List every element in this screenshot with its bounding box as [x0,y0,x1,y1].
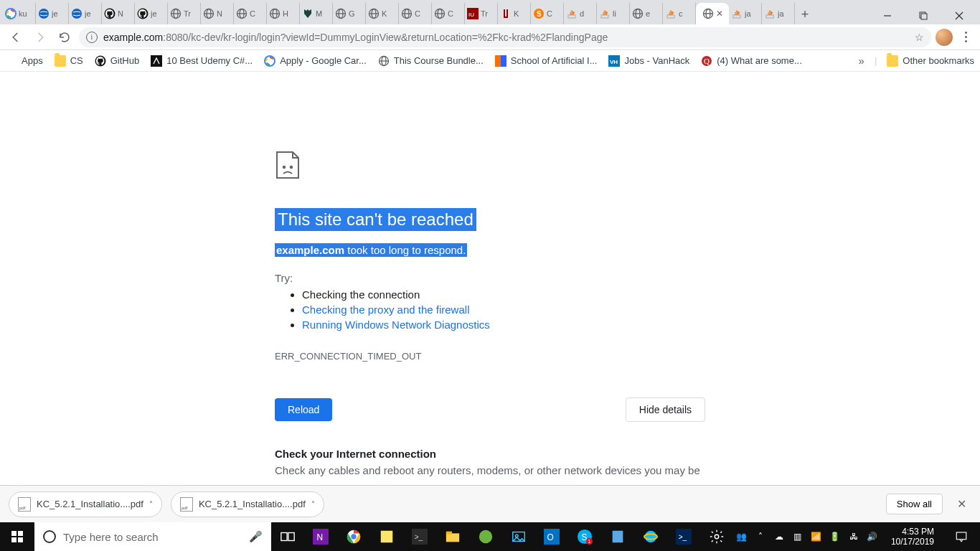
tray-people-icon[interactable]: 👥 [736,531,748,542]
svg-text:S: S [537,10,542,18]
back-button[interactable] [6,27,26,47]
svg-rect-38 [667,15,674,18]
taskbar-app-settings[interactable] [700,522,733,551]
tray-chevron-up-icon[interactable]: ˄ [755,531,766,542]
taskbar-app-photos[interactable] [502,522,535,551]
browser-tab[interactable]: C [234,3,267,24]
suggestion-proxy-link[interactable]: Checking the proxy and the firewall [302,303,469,316]
taskbar-app-chrome[interactable] [337,522,370,551]
browser-tab[interactable]: G [333,3,366,24]
new-tab-button[interactable]: + [795,4,815,24]
details-text: Check any cables and reboot any routers,… [275,464,705,476]
browser-tab[interactable]: N [201,3,234,24]
tray-battery-icon[interactable]: 🔋 [829,531,841,542]
browser-tab[interactable]: ku [3,3,36,24]
browser-tab[interactable]: IUTr [465,3,498,24]
bookmark-item[interactable]: 10 Best Udemy C#... [151,55,253,67]
taskbar-app-powershell[interactable]: >_ [667,522,700,551]
bookmark-item[interactable]: Apply - Google Car... [264,55,367,67]
taskbar-app-notes[interactable] [370,522,403,551]
reload-page-button[interactable]: Reload [275,398,332,421]
taskbar-search[interactable]: Type here to search 🎤 [34,522,271,551]
apps-shortcut[interactable]: Apps [6,55,43,67]
taskbar-app-explorer[interactable] [436,522,469,551]
github-icon [95,55,106,67]
tab-title: je [52,9,66,18]
taskbar-app-onenote[interactable]: N [304,522,337,551]
tab-title: li [613,9,627,18]
profile-avatar[interactable] [936,29,953,46]
address-bar[interactable]: i example.com:8080/kc-dev/kr-login/login… [79,27,931,47]
reload-button[interactable] [55,27,75,47]
close-downloads-bar-button[interactable]: ✕ [951,494,971,514]
site-info-icon[interactable]: i [86,32,98,43]
bookmark-item[interactable]: School of Artificial I... [495,55,598,67]
bookmark-item[interactable]: GitHub [95,55,139,67]
suggestion-diagnostics-link[interactable]: Running Windows Network Diagnostics [302,319,490,331]
mic-icon[interactable]: 🎤 [249,530,263,543]
svg-point-68 [351,534,356,539]
browser-tab[interactable]: e [630,3,663,24]
browser-tab[interactable]: H [267,3,300,24]
taskbar-app-terminal[interactable]: >_ [403,522,436,551]
bookmark-item[interactable]: CS [55,55,83,67]
window-controls [871,4,980,24]
other-bookmarks-folder[interactable]: Other bookmarks [887,55,974,67]
globe-blue-favicon-icon [71,8,83,19]
browser-tab[interactable]: K [366,3,399,24]
show-all-downloads-button[interactable]: Show all [886,494,943,514]
browser-tab[interactable]: C [432,3,465,24]
bookmarks-overflow-button[interactable]: » [859,55,864,67]
browser-tab[interactable]: M [300,3,333,24]
hide-details-button[interactable]: Hide details [626,397,705,422]
browser-tab[interactable]: je [69,3,102,24]
action-center-button[interactable] [947,522,976,551]
browser-tab[interactable]: ja [729,3,762,24]
taskbar-app-spring[interactable] [469,522,502,551]
tray-onedrive-icon[interactable]: ☁ [773,531,785,542]
taskbar-clock[interactable]: 4:53 PM 10/17/2019 [885,527,940,547]
svg-rect-34 [601,15,608,18]
taskbar-app-reader[interactable] [601,522,634,551]
tab-close-icon[interactable]: ✕ [716,9,723,19]
bookmark-label: GitHub [110,55,139,66]
bookmark-star-icon[interactable]: ☆ [915,32,924,43]
browser-tab[interactable]: C [399,3,432,24]
window-maximize-button[interactable] [913,7,934,24]
tray-app-icon[interactable]: ▥ [792,531,804,542]
tray-volume-icon[interactable]: 🔊 [867,531,878,542]
start-button[interactable] [0,522,34,551]
cortana-icon [43,530,56,543]
svg-point-74 [479,530,492,543]
task-view-button[interactable] [271,522,304,551]
window-close-button[interactable] [948,7,970,24]
browser-tab[interactable]: K [498,3,531,24]
bookmark-item[interactable]: VHJobs - VanHack [608,55,689,67]
tray-network-icon[interactable]: 🖧 [848,531,859,542]
taskbar-app-outlook[interactable]: O [535,522,568,551]
taskbar-app-ie[interactable] [634,522,667,551]
browser-tab[interactable]: li [597,3,630,24]
browser-tab[interactable]: ja [762,3,795,24]
download-item-2[interactable]: KC_5.2.1_Installatio....pdf ˄ [171,491,324,517]
google-icon [264,55,275,67]
browser-tab[interactable]: Tr [168,3,201,24]
svg-rect-72 [446,533,459,542]
browser-tab[interactable]: je [135,3,168,24]
svg-rect-33 [568,15,575,18]
taskbar-app-skype[interactable]: S1 [568,522,601,551]
bookmark-item[interactable]: Q(4) What are some... [701,55,801,67]
tab-title: K [382,9,396,18]
browser-tab[interactable]: d [564,3,597,24]
browser-tab[interactable]: c [663,3,696,24]
browser-tab[interactable]: je [36,3,69,24]
browser-tab[interactable]: SC [531,3,564,24]
tray-bluetooth-icon[interactable]: 📶 [811,531,822,542]
browser-tab[interactable]: N [102,3,135,24]
window-minimize-button[interactable] [877,7,898,24]
forward-button[interactable] [30,27,50,47]
browser-menu-button[interactable] [957,32,974,42]
browser-tab[interactable]: ✕ [696,3,729,24]
bookmark-item[interactable]: This Course Bundle... [378,55,484,67]
download-item-1[interactable]: KC_5.2.1_Installatio....pdf ˄ [9,491,162,517]
